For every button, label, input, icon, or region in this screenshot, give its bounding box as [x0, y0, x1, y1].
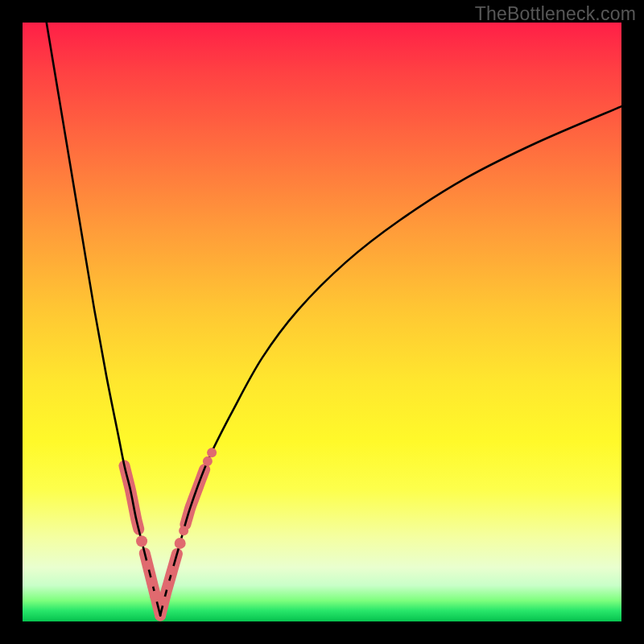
highlight-dot	[179, 526, 188, 535]
plot-area	[23, 23, 621, 621]
highlight-dot	[207, 448, 217, 457]
highlight-dot	[136, 535, 147, 547]
chart-frame: TheBottleneck.com	[0, 0, 644, 644]
highlight-dot	[142, 560, 152, 570]
curve-layer	[23, 23, 621, 621]
highlight-dot	[163, 580, 173, 590]
highlight-dot	[147, 577, 157, 587]
highlight-dot	[203, 456, 213, 466]
watermark-text: TheBottleneck.com	[475, 3, 636, 25]
highlight-dot	[175, 538, 186, 549]
right-branch-curve	[160, 106, 621, 615]
highlight-dot	[167, 566, 177, 576]
highlight-dot	[159, 597, 169, 606]
